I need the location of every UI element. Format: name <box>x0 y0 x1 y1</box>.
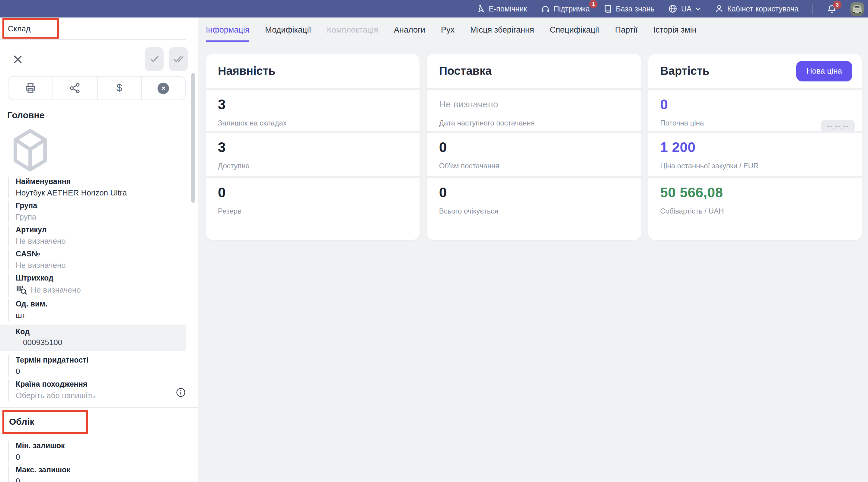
stat-last-purchase-price-value: 1 200 <box>660 139 850 155</box>
stat-current-price-value: 0 <box>660 97 850 112</box>
deactivate-button[interactable]: ✕ <box>141 76 186 100</box>
share-button[interactable] <box>53 76 97 100</box>
section-title-accounting: Облік <box>9 416 86 426</box>
stat-cards-row: Наявність 3 Залишок на складах 3 Доступн… <box>206 54 862 240</box>
confirm-button[interactable] <box>145 47 163 71</box>
stat-available-label: Доступно <box>218 162 408 170</box>
cost-card-title: Вартість <box>660 64 710 77</box>
section-divider <box>0 407 198 408</box>
stat-cost-price: 50 566,08 Собівартість / UAH <box>648 176 862 240</box>
cost-card-header: Вартість Нова ціна <box>648 54 862 88</box>
nav-support[interactable]: Підтримка 1 <box>541 4 590 13</box>
country-info-button[interactable] <box>176 388 185 399</box>
cost-card: Вартість Нова ціна 0 Поточна ціна --.--.… <box>648 54 862 240</box>
tab-storage-places[interactable]: Місця зберігання <box>470 18 534 42</box>
tab-change-history[interactable]: Історія змін <box>653 18 696 42</box>
stat-available-value: 3 <box>218 139 408 155</box>
supply-card-header: Поставка <box>427 54 641 88</box>
close-icon <box>13 55 22 64</box>
tab-information[interactable]: Інформація <box>206 18 249 42</box>
field-unit-label: Од. вим. <box>16 300 198 309</box>
stat-reserve: 0 Резерв <box>206 176 420 240</box>
stat-total-expected-value: 0 <box>439 185 629 200</box>
field-name-value: Ноутбук AETHER Horizon Ultra <box>16 188 198 198</box>
field-code[interactable]: Код 000935100 <box>0 325 186 351</box>
stat-warehouse-balance-value: 3 <box>218 97 408 112</box>
tab-specifications[interactable]: Специфікації <box>550 18 599 42</box>
tab-batches[interactable]: Партії <box>615 18 638 42</box>
nav-knowledge-base-label: База знань <box>616 4 654 13</box>
x-circle-icon: ✕ <box>158 82 169 94</box>
field-country[interactable]: Країна походження Оберіть або напишіть <box>8 380 198 401</box>
nav-user-cabinet[interactable]: Кабінет користувача <box>714 4 799 13</box>
sidebar-scrollbar[interactable] <box>193 18 197 482</box>
field-max-stock[interactable]: Макс. залишок 0 <box>8 465 198 482</box>
nav-knowledge-base[interactable]: База знань <box>603 4 654 13</box>
stat-last-purchase-price: 1 200 Ціна останньої закупки / EUR <box>648 131 862 176</box>
field-shelf-life-value: 0 <box>16 367 198 377</box>
field-sku[interactable]: Артикул Не визначено <box>8 225 198 247</box>
availability-card-title: Наявність <box>218 64 276 77</box>
avatar-car-image <box>850 2 864 15</box>
info-icon <box>176 388 185 397</box>
confirm-all-button[interactable] <box>169 47 188 71</box>
stat-cost-price-label: Собівартість / UAH <box>660 207 850 215</box>
dollar-icon: $ <box>117 82 122 94</box>
tab-movement[interactable]: Рух <box>441 18 455 42</box>
tab-bar: Інформація Модифікації Комплектація Анал… <box>206 18 862 42</box>
nav-user-cabinet-label: Кабінет користувача <box>727 4 799 13</box>
nav-language-label: UA <box>681 4 692 13</box>
assistant-cursor-icon <box>476 4 485 13</box>
sidebar-actions-row <box>0 47 198 71</box>
new-price-button[interactable]: Нова ціна <box>796 61 852 81</box>
tab-modifications[interactable]: Модифікації <box>265 18 311 42</box>
tab-analogs[interactable]: Аналоги <box>394 18 425 42</box>
field-cas[interactable]: CAS№ Не визначено <box>8 249 198 271</box>
print-button[interactable] <box>8 76 53 100</box>
field-name-label: Найменування <box>16 178 198 186</box>
field-max-stock-label: Макс. залишок <box>16 466 198 475</box>
price-button[interactable]: $ <box>97 76 141 100</box>
supply-card-title: Поставка <box>439 64 492 77</box>
notifications-badge: 3 <box>833 0 841 9</box>
barcode-scan-icon[interactable] <box>16 284 28 296</box>
notifications-button[interactable]: 3 <box>827 4 837 13</box>
stat-last-purchase-price-label: Ціна останньої закупки / EUR <box>660 162 850 170</box>
field-shelf-life[interactable]: Термін придатності 0 <box>8 355 198 377</box>
nav-support-label: Підтримка <box>554 4 590 13</box>
field-country-value: Оберіть або напишіть <box>16 391 198 400</box>
nav-e-assistant[interactable]: Е-помічник <box>476 4 527 13</box>
stat-total-expected: 0 Всього очікується <box>427 176 641 240</box>
nav-e-assistant-label: Е-помічник <box>489 4 527 13</box>
field-max-stock-value: 0 <box>16 477 198 482</box>
field-min-stock[interactable]: Мін. залишок 0 <box>8 441 198 463</box>
field-shelf-life-label: Термін придатності <box>16 356 198 365</box>
field-name[interactable]: Найменування Ноутбук AETHER Horizon Ultr… <box>8 177 198 198</box>
field-barcode[interactable]: Штрихкод Не визначено <box>8 273 198 297</box>
field-group-value: Група <box>16 212 198 222</box>
close-panel-button[interactable] <box>13 55 22 64</box>
field-cas-value: Не визначено <box>16 261 198 270</box>
field-cas-label: CAS№ <box>16 250 198 259</box>
tab-bundling[interactable]: Комплектація <box>327 18 378 42</box>
availability-card-header: Наявність <box>206 54 420 88</box>
nav-language-switcher[interactable]: UA <box>669 4 701 13</box>
sidebar-scrollbar-thumb[interactable] <box>191 73 195 203</box>
user-avatar[interactable] <box>850 2 864 15</box>
field-group-label: Група <box>16 201 198 211</box>
section-title-main: Головне <box>7 110 198 120</box>
top-nav: Е-помічник Підтримка 1 База знань UA Каб… <box>0 0 868 18</box>
product-image-placeholder[interactable] <box>11 126 49 174</box>
stat-current-price: 0 Поточна ціна --.--.-- <box>648 88 862 131</box>
field-group[interactable]: Група Група <box>8 201 198 223</box>
field-unit[interactable]: Од. вим. шт <box>8 299 198 321</box>
price-date-input[interactable]: --.--.-- <box>821 120 855 132</box>
field-code-label: Код <box>16 328 186 336</box>
availability-card: Наявність 3 Залишок на складах 3 Доступн… <box>206 54 420 240</box>
field-barcode-value: Не визначено <box>31 285 81 295</box>
cube-icon <box>11 126 49 174</box>
printer-icon <box>25 83 36 94</box>
sidebar-search-annotation-box[interactable]: Склад <box>2 18 59 39</box>
stat-next-supply-date-label: Дата наступного постачання <box>439 119 629 127</box>
field-unit-value: шт <box>16 311 198 320</box>
